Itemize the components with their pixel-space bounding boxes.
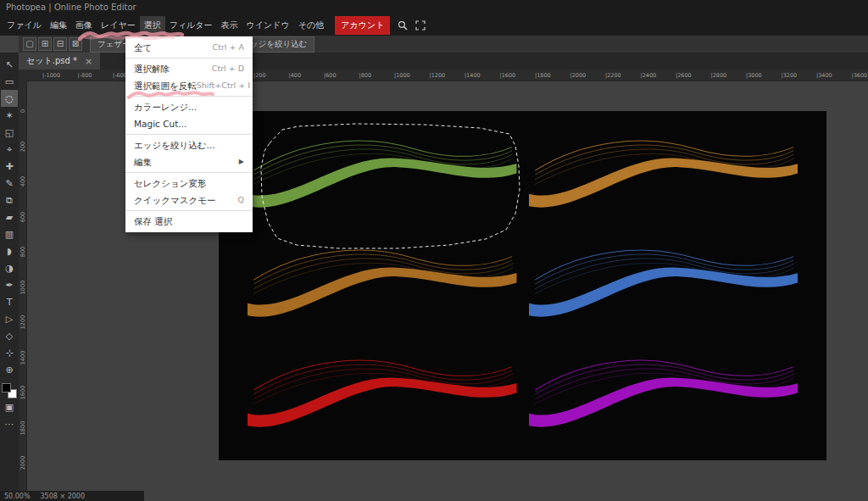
menu-item-deselect[interactable]: 選択解除Ctrl + D xyxy=(125,60,253,77)
ribbon-graphic xyxy=(248,348,517,443)
selection-mode-add[interactable]: ⊞ xyxy=(38,37,52,51)
ribbon-top-left xyxy=(248,128,517,224)
menu-image[interactable]: 画像 xyxy=(71,16,97,35)
select-dropdown-menu: 全てCtrl + A選択解除Ctrl + D選択範囲を反転Shift+Ctrl … xyxy=(125,36,253,232)
ruler-tick: 2000 xyxy=(19,454,26,471)
menu-item-label: エッジを絞り込む... xyxy=(134,136,215,153)
quick-mask-icon[interactable]: ▣ xyxy=(1,398,18,415)
eyedropper-tool[interactable]: ⌖ xyxy=(1,141,18,158)
ruler-tick: 200 xyxy=(19,138,26,155)
menu-item-shortcut: Q xyxy=(238,192,244,209)
selection-mode-new[interactable]: ▢ xyxy=(23,37,36,51)
ribbon-graphic xyxy=(529,348,798,443)
zoom-tool[interactable]: ⊕ xyxy=(1,361,18,378)
menu-item-modify[interactable]: 編集▶ xyxy=(125,153,253,170)
shape-tool[interactable]: ◇ xyxy=(1,327,18,344)
menu-item-label: カラーレンジ... xyxy=(134,98,197,115)
zoom-level[interactable]: 50.00% xyxy=(4,493,31,500)
menu-item-select-all[interactable]: 全てCtrl + A xyxy=(125,39,253,56)
dodge-tool[interactable]: ◑ xyxy=(1,259,18,276)
type-tool[interactable]: T xyxy=(1,293,18,310)
fullscreen-icon[interactable] xyxy=(415,20,426,31)
ribbon-top-right xyxy=(529,128,798,224)
menu-more[interactable]: その他 xyxy=(294,16,328,35)
menubar: ファイル編集画像レイヤー選択フィルター表示ウインドウその他 アカウント xyxy=(0,15,868,36)
menu-filter[interactable]: フィルター xyxy=(165,16,217,35)
ruler-tick: 0 xyxy=(19,103,26,120)
document-size: 3508 × 2000 xyxy=(41,493,86,500)
ruler-tick: |400 xyxy=(289,72,302,79)
ruler-tick: |3600 xyxy=(852,72,868,79)
hand-tool[interactable]: ⊹ xyxy=(1,344,18,361)
canvas[interactable] xyxy=(219,111,826,460)
account-button[interactable]: アカウント xyxy=(335,16,390,35)
ruler-tick: |2200 xyxy=(605,72,621,79)
menu-item-save-selection[interactable]: 保存 選択 xyxy=(125,213,253,230)
ruler-tick: |1800 xyxy=(535,72,551,79)
selection-mode-subtract[interactable]: ⊟ xyxy=(53,37,67,51)
ruler-tick: |3200 xyxy=(782,72,798,79)
ruler-tick: 1200 xyxy=(19,314,26,331)
move-tool[interactable]: ↖ xyxy=(1,56,18,73)
tool-column: ↖▭◌✶◱⌖✚✎⧉▰▥◗◑✒T▷◇⊹⊕ xyxy=(1,56,18,378)
ruler-tick: 1400 xyxy=(19,349,26,366)
ruler-tick: |600 xyxy=(324,72,337,79)
eraser-tool[interactable]: ▰ xyxy=(1,209,18,225)
clone-stamp-tool[interactable]: ⧉ xyxy=(1,192,18,209)
ruler-tick: 1800 xyxy=(19,420,26,437)
ribbon-bottom-right xyxy=(529,348,798,443)
selection-mode-intersect[interactable]: ⊠ xyxy=(69,37,82,51)
ruler-tick: |200 xyxy=(253,72,266,79)
submenu-arrow-icon: ▶ xyxy=(239,153,244,170)
menu-item-quick-mask[interactable]: クイックマスクモーQ xyxy=(125,192,253,209)
search-icon[interactable] xyxy=(398,20,408,31)
app-title: Photopea | Online Photo Editor xyxy=(6,3,136,12)
menu-layer[interactable]: レイヤー xyxy=(97,16,140,35)
path-select-tool[interactable]: ▷ xyxy=(1,310,18,327)
menu-item-color-range[interactable]: カラーレンジ... xyxy=(125,98,253,115)
ribbon-graphic xyxy=(248,128,517,224)
menu-window[interactable]: ウインドウ xyxy=(242,16,294,35)
menu-file[interactable]: ファイル xyxy=(3,16,46,35)
tab-close-icon[interactable]: × xyxy=(85,56,92,67)
document-tab[interactable]: セット.psd * × xyxy=(19,53,100,70)
ruler-tick: 1600 xyxy=(19,384,26,401)
ribbon-graphic xyxy=(529,237,798,333)
pen-tool[interactable]: ✒ xyxy=(1,276,18,293)
menu-item-label: 全て xyxy=(134,39,152,56)
selection-mode-group: ▢⊞⊟⊠ xyxy=(23,37,82,51)
more-tools-icon[interactable]: ⋯ xyxy=(1,415,18,432)
crop-tool[interactable]: ◱ xyxy=(1,124,18,141)
menu-item-inverse-selection[interactable]: 選択範囲を反転Shift+Ctrl + I xyxy=(125,77,253,94)
color-swatches[interactable] xyxy=(2,383,17,398)
ruler-tick: 1000 xyxy=(19,279,26,296)
gradient-tool[interactable]: ▥ xyxy=(1,225,18,242)
blur-tool[interactable]: ◗ xyxy=(1,242,18,259)
brush-tool[interactable]: ✎ xyxy=(1,175,18,192)
rect-select-tool[interactable]: ▭ xyxy=(1,73,18,90)
ruler-tick: |1000 xyxy=(394,72,410,79)
ruler-tick: |3000 xyxy=(746,72,762,79)
ruler-tick: |1200 xyxy=(430,72,446,79)
menu-view[interactable]: 表示 xyxy=(217,16,242,35)
menu-select[interactable]: 選択 xyxy=(140,16,165,35)
menu-item-label: 選択範囲を反転 xyxy=(134,77,197,94)
foreground-color-swatch[interactable] xyxy=(2,383,11,392)
menu-item-label: クイックマスクモー xyxy=(134,192,215,209)
ruler-tick: |1400 xyxy=(465,72,481,79)
menu-item-magic-cut[interactable]: Magic Cut... xyxy=(125,115,253,132)
menu-item-transform-selection[interactable]: セレクション変形 xyxy=(125,175,253,192)
ruler-tick: |2000 xyxy=(570,72,587,79)
ribbon-bottom-left xyxy=(248,348,517,443)
menu-item-refine-edge[interactable]: エッジを絞り込む... xyxy=(125,136,253,153)
statusbar: 50.00% 3508 × 2000 xyxy=(0,491,144,501)
menu-edit[interactable]: 編集 xyxy=(46,16,71,35)
magic-wand-tool[interactable]: ✶ xyxy=(1,107,18,124)
menubar-items: ファイル編集画像レイヤー選択フィルター表示ウインドウその他 xyxy=(3,16,328,35)
lasso-tool[interactable]: ◌ xyxy=(1,90,18,107)
menu-item-shortcut: Ctrl + D xyxy=(212,60,244,77)
menu-separator xyxy=(125,134,253,135)
healing-tool[interactable]: ✚ xyxy=(1,158,18,175)
ribbon-middle-left xyxy=(248,237,517,333)
ruler-vertical: 0200400600800100012001400160018002000 xyxy=(19,81,27,501)
